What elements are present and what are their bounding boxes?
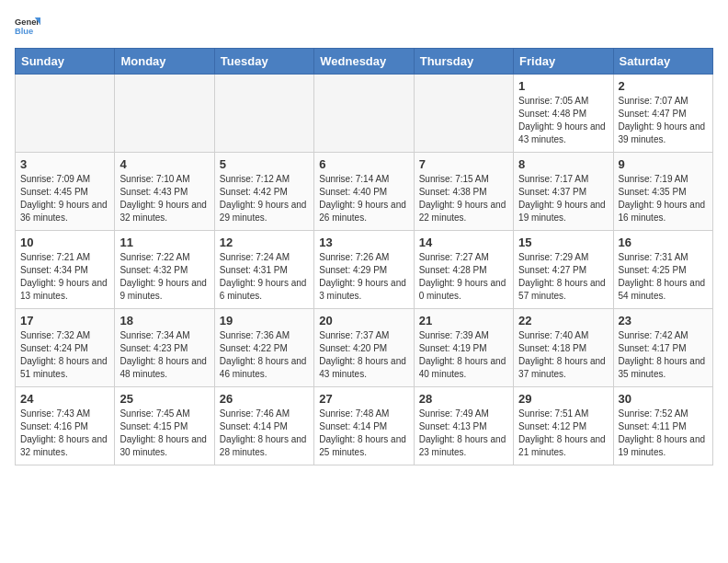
calendar-cell: 15Sunrise: 7:29 AM Sunset: 4:27 PM Dayli… xyxy=(514,231,613,309)
calendar-cell: 22Sunrise: 7:40 AM Sunset: 4:18 PM Dayli… xyxy=(514,309,613,387)
calendar-cell: 3Sunrise: 7:09 AM Sunset: 4:45 PM Daylig… xyxy=(16,153,115,231)
day-number: 1 xyxy=(518,79,608,93)
calendar-cell: 12Sunrise: 7:24 AM Sunset: 4:31 PM Dayli… xyxy=(214,231,313,309)
calendar-cell: 29Sunrise: 7:51 AM Sunset: 4:12 PM Dayli… xyxy=(514,387,613,465)
weekday-header-saturday: Saturday xyxy=(613,49,712,75)
calendar-cell: 27Sunrise: 7:48 AM Sunset: 4:14 PM Dayli… xyxy=(314,387,414,465)
calendar-cell: 7Sunrise: 7:15 AM Sunset: 4:38 PM Daylig… xyxy=(414,153,513,231)
day-number: 29 xyxy=(518,392,608,406)
logo: General Blue xyxy=(15,15,40,40)
calendar-cell: 26Sunrise: 7:46 AM Sunset: 4:14 PM Dayli… xyxy=(214,387,313,465)
calendar-cell: 18Sunrise: 7:34 AM Sunset: 4:23 PM Dayli… xyxy=(115,309,214,387)
weekday-header-thursday: Thursday xyxy=(414,49,513,75)
day-info: Sunrise: 7:27 AM Sunset: 4:28 PM Dayligh… xyxy=(419,251,508,303)
calendar-cell xyxy=(214,75,313,153)
calendar-cell: 8Sunrise: 7:17 AM Sunset: 4:37 PM Daylig… xyxy=(514,153,613,231)
day-info: Sunrise: 7:26 AM Sunset: 4:29 PM Dayligh… xyxy=(319,251,408,303)
day-number: 27 xyxy=(319,392,408,406)
day-number: 14 xyxy=(419,236,508,249)
week-row-1: 1Sunrise: 7:05 AM Sunset: 4:48 PM Daylig… xyxy=(16,75,713,153)
day-info: Sunrise: 7:29 AM Sunset: 4:27 PM Dayligh… xyxy=(518,251,608,303)
day-number: 30 xyxy=(619,392,708,406)
day-number: 28 xyxy=(419,392,508,406)
week-row-5: 24Sunrise: 7:43 AM Sunset: 4:16 PM Dayli… xyxy=(16,387,713,465)
weekday-header-friday: Friday xyxy=(514,49,613,75)
day-number: 17 xyxy=(20,314,109,327)
day-number: 4 xyxy=(119,157,209,171)
day-info: Sunrise: 7:07 AM Sunset: 4:47 PM Dayligh… xyxy=(619,95,708,146)
day-info: Sunrise: 7:40 AM Sunset: 4:18 PM Dayligh… xyxy=(518,329,608,381)
weekday-header-wednesday: Wednesday xyxy=(314,49,414,75)
day-number: 18 xyxy=(119,314,209,327)
day-number: 24 xyxy=(20,392,109,406)
calendar-cell: 10Sunrise: 7:21 AM Sunset: 4:34 PM Dayli… xyxy=(16,231,115,309)
day-info: Sunrise: 7:32 AM Sunset: 4:24 PM Dayligh… xyxy=(20,329,109,381)
day-info: Sunrise: 7:14 AM Sunset: 4:40 PM Dayligh… xyxy=(319,173,408,224)
day-info: Sunrise: 7:51 AM Sunset: 4:12 PM Dayligh… xyxy=(518,408,608,459)
day-number: 6 xyxy=(319,157,408,171)
day-number: 13 xyxy=(319,236,408,249)
day-info: Sunrise: 7:42 AM Sunset: 4:17 PM Dayligh… xyxy=(619,329,708,381)
day-info: Sunrise: 7:43 AM Sunset: 4:16 PM Dayligh… xyxy=(20,408,109,459)
day-number: 3 xyxy=(20,157,109,171)
day-number: 25 xyxy=(119,392,209,406)
calendar-cell: 25Sunrise: 7:45 AM Sunset: 4:15 PM Dayli… xyxy=(115,387,214,465)
calendar-cell: 13Sunrise: 7:26 AM Sunset: 4:29 PM Dayli… xyxy=(314,231,414,309)
day-info: Sunrise: 7:09 AM Sunset: 4:45 PM Dayligh… xyxy=(20,173,109,224)
calendar-cell: 17Sunrise: 7:32 AM Sunset: 4:24 PM Dayli… xyxy=(16,309,115,387)
day-number: 16 xyxy=(619,236,708,249)
day-info: Sunrise: 7:15 AM Sunset: 4:38 PM Dayligh… xyxy=(419,173,508,224)
calendar-cell: 20Sunrise: 7:37 AM Sunset: 4:20 PM Dayli… xyxy=(314,309,414,387)
week-row-3: 10Sunrise: 7:21 AM Sunset: 4:34 PM Dayli… xyxy=(16,231,713,309)
weekday-header-row: SundayMondayTuesdayWednesdayThursdayFrid… xyxy=(16,49,713,75)
day-info: Sunrise: 7:36 AM Sunset: 4:22 PM Dayligh… xyxy=(220,329,309,381)
day-info: Sunrise: 7:10 AM Sunset: 4:43 PM Dayligh… xyxy=(119,173,209,224)
day-info: Sunrise: 7:21 AM Sunset: 4:34 PM Dayligh… xyxy=(20,251,109,303)
day-info: Sunrise: 7:24 AM Sunset: 4:31 PM Dayligh… xyxy=(220,251,309,303)
day-number: 23 xyxy=(619,314,708,327)
day-number: 26 xyxy=(220,392,309,406)
day-number: 9 xyxy=(619,157,708,171)
week-row-4: 17Sunrise: 7:32 AM Sunset: 4:24 PM Dayli… xyxy=(16,309,713,387)
day-info: Sunrise: 7:45 AM Sunset: 4:15 PM Dayligh… xyxy=(119,408,209,459)
day-number: 12 xyxy=(220,236,309,249)
calendar-cell xyxy=(115,75,214,153)
calendar-cell: 6Sunrise: 7:14 AM Sunset: 4:40 PM Daylig… xyxy=(314,153,414,231)
day-info: Sunrise: 7:39 AM Sunset: 4:19 PM Dayligh… xyxy=(419,329,508,381)
day-number: 20 xyxy=(319,314,408,327)
day-number: 22 xyxy=(518,314,608,327)
weekday-header-sunday: Sunday xyxy=(16,49,115,75)
calendar-cell: 11Sunrise: 7:22 AM Sunset: 4:32 PM Dayli… xyxy=(115,231,214,309)
day-number: 21 xyxy=(419,314,508,327)
day-number: 15 xyxy=(518,236,608,249)
calendar-cell: 24Sunrise: 7:43 AM Sunset: 4:16 PM Dayli… xyxy=(16,387,115,465)
day-number: 19 xyxy=(220,314,309,327)
calendar-cell: 21Sunrise: 7:39 AM Sunset: 4:19 PM Dayli… xyxy=(414,309,513,387)
day-info: Sunrise: 7:49 AM Sunset: 4:13 PM Dayligh… xyxy=(419,408,508,459)
day-info: Sunrise: 7:52 AM Sunset: 4:11 PM Dayligh… xyxy=(619,408,708,459)
weekday-header-tuesday: Tuesday xyxy=(214,49,313,75)
day-number: 5 xyxy=(220,157,309,171)
page-header: General Blue xyxy=(15,15,713,40)
calendar-cell: 9Sunrise: 7:19 AM Sunset: 4:35 PM Daylig… xyxy=(613,153,712,231)
day-number: 8 xyxy=(518,157,608,171)
calendar-cell: 5Sunrise: 7:12 AM Sunset: 4:42 PM Daylig… xyxy=(214,153,313,231)
day-info: Sunrise: 7:31 AM Sunset: 4:25 PM Dayligh… xyxy=(619,251,708,303)
day-info: Sunrise: 7:37 AM Sunset: 4:20 PM Dayligh… xyxy=(319,329,408,381)
calendar-cell xyxy=(414,75,513,153)
calendar-cell: 23Sunrise: 7:42 AM Sunset: 4:17 PM Dayli… xyxy=(613,309,712,387)
calendar-table: SundayMondayTuesdayWednesdayThursdayFrid… xyxy=(15,48,713,465)
calendar-cell: 1Sunrise: 7:05 AM Sunset: 4:48 PM Daylig… xyxy=(514,75,613,153)
svg-text:Blue: Blue xyxy=(15,27,33,36)
day-info: Sunrise: 7:05 AM Sunset: 4:48 PM Dayligh… xyxy=(518,95,608,146)
calendar-cell: 14Sunrise: 7:27 AM Sunset: 4:28 PM Dayli… xyxy=(414,231,513,309)
day-info: Sunrise: 7:22 AM Sunset: 4:32 PM Dayligh… xyxy=(119,251,209,303)
day-info: Sunrise: 7:12 AM Sunset: 4:42 PM Dayligh… xyxy=(220,173,309,224)
calendar-cell: 16Sunrise: 7:31 AM Sunset: 4:25 PM Dayli… xyxy=(613,231,712,309)
calendar-cell: 19Sunrise: 7:36 AM Sunset: 4:22 PM Dayli… xyxy=(214,309,313,387)
calendar-cell: 4Sunrise: 7:10 AM Sunset: 4:43 PM Daylig… xyxy=(115,153,214,231)
day-info: Sunrise: 7:19 AM Sunset: 4:35 PM Dayligh… xyxy=(619,173,708,224)
day-number: 2 xyxy=(619,79,708,93)
calendar-cell xyxy=(16,75,115,153)
calendar-cell xyxy=(314,75,414,153)
